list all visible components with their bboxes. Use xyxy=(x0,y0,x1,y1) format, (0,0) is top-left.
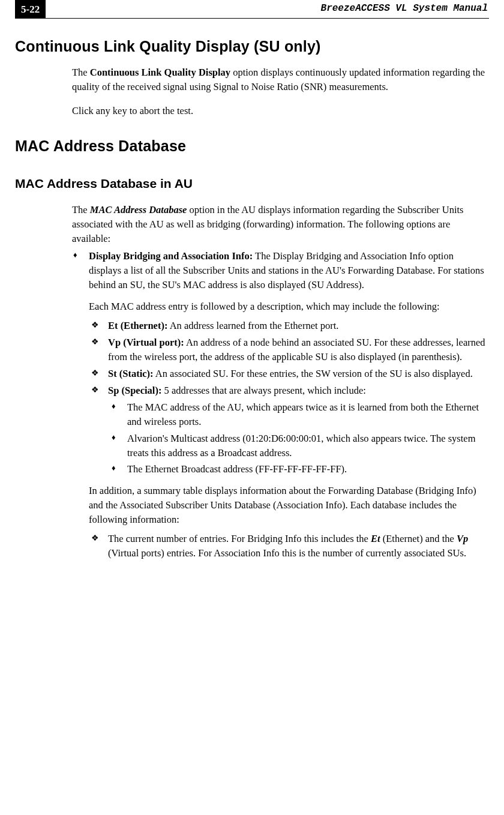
list-item: Alvarion's Multicast address (01:20:D6:0… xyxy=(108,432,486,460)
list-item: The Ethernet Broadcast address (FF-FF-FF… xyxy=(108,462,486,477)
bold-label: Sp (Special): xyxy=(108,385,161,396)
list-item: Sp (Special): 5 addresses that are alway… xyxy=(89,383,486,477)
list-item: Et (Ethernet): An address learned from t… xyxy=(89,319,486,333)
list-item: The current number of entries. For Bridg… xyxy=(89,532,486,561)
bullet-list-fleur: Et (Ethernet): An address learned from t… xyxy=(89,319,486,477)
text: (Virtual ports) entries. For Association… xyxy=(108,547,466,559)
text: (Ethernet) and the xyxy=(380,533,457,544)
subheading-mac-address-database-au: MAC Address Database in AU xyxy=(15,175,489,193)
bullet-list-fleur: The current number of entries. For Bridg… xyxy=(89,532,486,561)
heading-continuous-link-quality: Continuous Link Quality Display (SU only… xyxy=(15,35,489,57)
bold-label: Display Bridging and Association Info: xyxy=(89,250,253,262)
paragraph: In addition, a summary table displays in… xyxy=(89,484,486,527)
list-item: The MAC address of the AU, which appears… xyxy=(108,400,486,429)
bold-italic-text: MAC Address Database xyxy=(90,204,187,215)
list-item: Display Bridging and Association Info: T… xyxy=(72,249,486,561)
bold-label: St (Static): xyxy=(108,368,154,379)
bold-italic-text: Vp xyxy=(457,533,468,544)
page-header: 5-22 BreezeACCESS VL System Manual xyxy=(15,0,489,19)
text: The current number of entries. For Bridg… xyxy=(108,533,371,544)
text: 5 addresses that are always present, whi… xyxy=(161,385,365,396)
bold-label: Et (Ethernet): xyxy=(108,320,167,331)
bullet-list-diamond: Display Bridging and Association Info: T… xyxy=(72,249,486,561)
bullet-list-inner: The MAC address of the AU, which appears… xyxy=(108,400,486,477)
bold-italic-text: Et xyxy=(371,533,380,544)
list-item: St (Static): An associated SU. For these… xyxy=(89,367,486,381)
text: An address learned from the Ethernet por… xyxy=(167,320,338,331)
paragraph: Click any key to abort the test. xyxy=(72,104,486,118)
heading-mac-address-database: MAC Address Database xyxy=(15,135,489,157)
paragraph: Each MAC address entry is followed by a … xyxy=(89,299,486,314)
text: The xyxy=(72,67,90,78)
bold-label: Vp (Virtual port): xyxy=(108,337,184,348)
list-item: Vp (Virtual port): An address of a node … xyxy=(89,335,486,364)
page-number: 5-22 xyxy=(15,0,46,18)
bold-text: Continuous Link Quality Display xyxy=(90,67,230,78)
document-title: BreezeACCESS VL System Manual xyxy=(321,0,489,18)
paragraph: The MAC Address Database option in the A… xyxy=(72,203,486,246)
text: The xyxy=(72,204,90,215)
text: An associated SU. For these entries, the… xyxy=(154,368,473,379)
paragraph: The Continuous Link Quality Display opti… xyxy=(72,65,486,94)
